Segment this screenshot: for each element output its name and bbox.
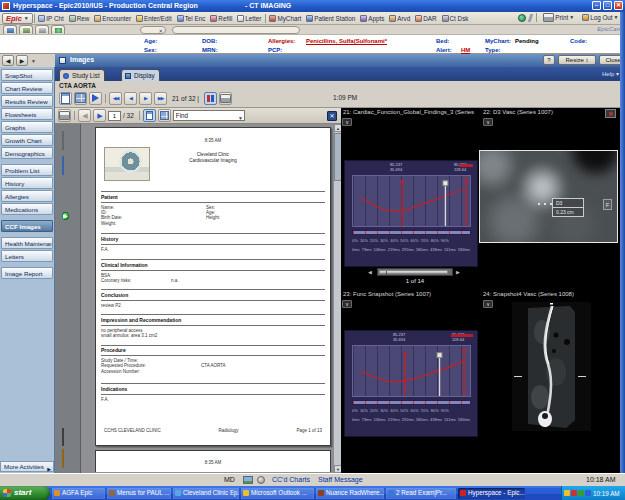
minimize-button[interactable]: –	[592, 1, 601, 10]
tray-icon-1[interactable]	[564, 490, 570, 496]
chart-plot-area[interactable]	[352, 345, 471, 397]
toolbar-encounter-button[interactable]: Encounter	[92, 15, 134, 22]
taskbar-item-cleveland[interactable]: Cleveland Clinic Ep...	[173, 488, 239, 499]
pager-left-icon[interactable]: ◀	[368, 268, 372, 276]
sidebar-item-image-report[interactable]: Image Report	[1, 267, 53, 279]
pager-right-icon[interactable]: ▶	[456, 268, 460, 276]
panel23-menu-chevron-icon[interactable]: ∨	[342, 300, 352, 308]
taskbar-item-agfa[interactable]: AGFA Epic	[52, 488, 105, 499]
sidebar-item-ccf-images[interactable]: CCF Images	[1, 220, 53, 232]
bookmarks-panel-icon[interactable]	[62, 157, 74, 169]
panel22-menu-chevron-icon[interactable]: ∨	[483, 118, 493, 126]
forward-button[interactable]: ▶	[16, 55, 28, 66]
play-button[interactable]	[89, 92, 102, 105]
open-chart-tab[interactable]	[172, 26, 300, 34]
toolbar-mychart-button[interactable]: MyChart	[267, 15, 304, 22]
tab-display[interactable]: Display	[121, 69, 160, 81]
pager-thumb[interactable]	[379, 270, 448, 274]
panel21-function-chart[interactable]: 85.23735.694 85.237128.64 0% 10% 20% 30%…	[344, 160, 478, 267]
shortcut-tab-print[interactable]	[35, 25, 49, 34]
first-image-button[interactable]: ◀◀	[109, 92, 122, 105]
shortcut-tab-list[interactable]	[19, 25, 33, 34]
toolbar-letter-button[interactable]: Letter	[235, 15, 264, 22]
lightning-icon[interactable]	[527, 14, 533, 22]
print-button[interactable]: Print▼	[541, 13, 577, 22]
binoculars-search-icon[interactable]	[62, 180, 74, 192]
resize-button[interactable]: Resize ↕	[558, 55, 596, 65]
toolbar-tel-enc-button[interactable]: Tel Enc	[174, 15, 208, 22]
toolbar-ct-dsk-button[interactable]: Ct Dsk	[439, 15, 471, 22]
tray-icon-4[interactable]	[585, 490, 591, 496]
pdf-print-button[interactable]	[58, 109, 71, 122]
toolbar-ip-cht-button[interactable]: IP Cht	[36, 15, 66, 22]
pdf-prev-page-button[interactable]: ◀	[78, 109, 91, 122]
tray-icon-2[interactable]	[571, 490, 577, 496]
tray-icon-3[interactable]	[578, 490, 584, 496]
toolbar-appts-button[interactable]: Appts	[358, 15, 387, 22]
sidebar-item-snapshot[interactable]: SnapShot	[1, 69, 53, 81]
sidebar-item-growth-chart[interactable]: Growth Chart	[1, 134, 53, 146]
previous-image-button[interactable]: ◀	[124, 92, 137, 105]
ccd-charts-link[interactable]: CC'd Charts	[272, 476, 310, 483]
find-input[interactable]: Find▼	[173, 110, 245, 121]
panel23-function-chart[interactable]: 85.23735.694 85.237128.64 0% 10% 20% 30%…	[344, 330, 478, 437]
last-image-button[interactable]: ▶▶	[154, 92, 167, 105]
image-status-icon[interactable]	[243, 476, 253, 484]
measure-point[interactable]	[538, 203, 540, 205]
flip-tool-button[interactable]: F	[603, 199, 612, 210]
maximize-button[interactable]: □	[603, 1, 612, 10]
back-button[interactable]: ◀	[2, 55, 14, 66]
pager-slider[interactable]	[377, 268, 453, 276]
toolbar-rew-button[interactable]: Rew	[66, 15, 92, 22]
document-area[interactable]: 8:35 AM Cleveland Clinic Cardiovascular …	[81, 124, 333, 473]
taskbar-item-read-exam[interactable]: 2 Read Exam|Pr...	[386, 488, 456, 499]
more-activities-button[interactable]: More Activities▶	[0, 461, 54, 472]
help-button[interactable]: ?	[543, 55, 555, 65]
toolbar-patient-station-button[interactable]: Patient Station	[304, 15, 358, 22]
nav-dropdown-icon[interactable]: ▼	[31, 58, 36, 64]
toolbar-refill-button[interactable]: Refill	[208, 15, 235, 22]
staff-message-link[interactable]: Staff Message	[318, 476, 363, 483]
shortcut-tab-help[interactable]	[51, 25, 65, 34]
single-page-layout-button[interactable]	[143, 109, 156, 122]
sticky-note-icon[interactable]	[62, 450, 74, 462]
transfer-button[interactable]	[204, 92, 217, 105]
help-link[interactable]: Help ▾	[602, 70, 619, 77]
sidebar-item-results-review[interactable]: Results Review	[1, 95, 53, 107]
find-close-button[interactable]: ✕	[327, 111, 337, 121]
sidebar-item-flowsheets[interactable]: Flowsheets	[1, 108, 53, 120]
print-study-button[interactable]	[219, 92, 232, 105]
pages-panel-icon[interactable]	[62, 132, 74, 144]
toolbar-enter-edit-button[interactable]: Enter/Edit	[134, 15, 175, 22]
taskbar-item-outlook[interactable]: Microsoft Outlook ...	[241, 488, 314, 499]
chevron-down-icon[interactable]: ▼	[238, 113, 243, 123]
allergies-value[interactable]: Penicillins, Sulfa(Sulfonami*	[306, 38, 387, 44]
clock-status-icon[interactable]	[257, 476, 265, 484]
sidebar-item-allergies[interactable]: Allergies	[1, 190, 53, 202]
sidebar-item-history[interactable]: History	[1, 177, 53, 189]
sidebar-item-graphs[interactable]: Graphs	[1, 121, 53, 133]
sidebar-item-health-maintenance[interactable]: Health Maintenance	[1, 237, 53, 249]
panel24-sagittal-ct-image[interactable]	[512, 302, 591, 431]
pdf-next-page-button[interactable]: ▶	[93, 109, 106, 122]
epic-menu-button[interactable]: Epic ▼	[2, 13, 33, 24]
next-image-button[interactable]: ▶	[139, 92, 152, 105]
taskbar-item-nuance[interactable]: Nuance RadWhere...	[316, 488, 384, 499]
panel21-menu-chevron-icon[interactable]: ∨	[342, 118, 352, 126]
pdf-vertical-scrollbar[interactable]: ▲ ▼	[333, 124, 341, 473]
taskbar-item-hyperspace[interactable]: Hyperspace - Epic...	[458, 488, 525, 499]
alert-value[interactable]: HM	[461, 47, 470, 53]
measure-point[interactable]	[544, 203, 546, 205]
page-number-input[interactable]: 1	[108, 111, 121, 121]
sidebar-item-problem-list[interactable]: Problem List	[1, 164, 53, 176]
attachment-paperclip-icon[interactable]	[62, 428, 74, 440]
grid-view-button[interactable]	[74, 92, 87, 105]
start-button[interactable]: start	[0, 486, 50, 500]
phase-tick-bar[interactable]	[352, 400, 471, 405]
toolbar-dar-button[interactable]: DAR	[413, 15, 439, 22]
chart-plot-area[interactable]	[352, 175, 471, 227]
logout-button[interactable]: Log Out▼	[580, 14, 621, 21]
sidebar-item-chart-review[interactable]: Chart Review	[1, 82, 53, 94]
report-view-button[interactable]	[59, 92, 72, 105]
toolbar-arvd-button[interactable]: Arvd	[387, 15, 413, 22]
